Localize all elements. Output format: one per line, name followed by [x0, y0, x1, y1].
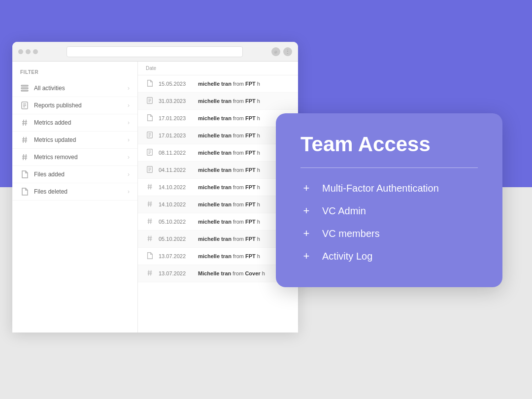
sidebar-item-metrics-removed[interactable]: Metrics removed › — [12, 149, 137, 166]
svg-line-47 — [148, 236, 149, 241]
row-company: FPT — [245, 184, 256, 190]
chevron-right-icon: › — [128, 171, 130, 178]
row-from: from — [233, 150, 245, 156]
activity-header: Date — [138, 62, 298, 75]
hash-icon — [20, 118, 29, 127]
svg-rect-1 — [21, 88, 28, 89]
svg-line-35 — [148, 184, 149, 190]
chevron-right-icon: › — [128, 85, 130, 92]
hash-icon — [146, 269, 155, 278]
row-company: Cover — [245, 270, 260, 276]
sidebar-item-reports-published[interactable]: Reports published › — [12, 97, 137, 114]
chevron-right-icon: › — [128, 188, 130, 195]
row-activity-text: michelle tran from FPT h — [198, 201, 260, 207]
svg-line-11 — [23, 137, 24, 143]
sidebar-item-files-deleted[interactable]: Files deleted › — [12, 183, 137, 200]
table-row: 17.01.2023 michelle tran from FPT h — [138, 127, 298, 144]
more-icon[interactable]: ⋮ — [283, 47, 292, 56]
activity-log-main: Date 15.05.2023 michelle tran from FPT h… — [138, 62, 298, 332]
hash-icon — [146, 183, 155, 192]
table-row: 14.10.2022 michelle tran from FPT h — [138, 196, 298, 213]
feature-activity-log: + Activity Log — [300, 250, 478, 263]
row-date: 08.11.2022 — [159, 150, 198, 156]
row-company: FPT — [245, 81, 256, 87]
feature-label: Activity Log — [322, 251, 372, 262]
svg-line-7 — [23, 120, 24, 126]
table-row: 13.07.2022 Michelle tran from Cover h — [138, 265, 298, 282]
row-company: FPT — [245, 115, 256, 121]
plus-icon: + — [300, 182, 312, 195]
feature-label: VC members — [322, 228, 380, 239]
row-user: michelle tran — [198, 219, 232, 225]
row-activity-text: Michelle tran from Cover h — [198, 270, 265, 276]
browser-dots — [18, 49, 38, 54]
row-activity-text: michelle tran from FPT h — [198, 115, 260, 121]
browser-address-bar[interactable] — [66, 46, 243, 57]
row-activity-text: michelle tran from FPT h — [198, 219, 260, 225]
filter-sidebar: FILTER All activities › — [12, 62, 138, 332]
row-date: 31.03.2023 — [159, 98, 198, 104]
row-date: 14.10.2022 — [159, 201, 198, 207]
row-activity-text: michelle tran from FPT h — [198, 184, 260, 190]
team-access-card: Team Access + Multi-Factor Authenticatio… — [276, 113, 502, 287]
row-date: 17.01.2023 — [159, 133, 198, 138]
plus-icon: + — [300, 227, 312, 240]
sidebar-item-metrics-updated[interactable]: Metrics updated › — [12, 132, 137, 149]
search-icon[interactable]: ⌕ — [271, 47, 280, 56]
row-action: h — [257, 167, 260, 173]
row-from: from — [233, 184, 245, 190]
row-company: FPT — [245, 150, 256, 156]
browser-toolbar: ⌕ ⋮ — [12, 42, 298, 62]
row-user: michelle tran — [198, 150, 232, 156]
svg-line-36 — [151, 184, 151, 190]
file-icon — [20, 170, 29, 179]
feature-mfa: + Multi-Factor Authentication — [300, 182, 478, 195]
row-activity-text: michelle tran from FPT h — [198, 167, 260, 173]
row-user: michelle tran — [198, 167, 232, 173]
table-row: 15.05.2023 michelle tran from FPT h — [138, 75, 298, 93]
table-row: 31.03.2023 michelle tran from FPT h — [138, 93, 298, 110]
row-date: 04.11.2022 — [159, 167, 198, 173]
sidebar-item-label: All activities — [34, 85, 128, 92]
sidebar-item-all-activities[interactable]: All activities › — [12, 80, 137, 97]
row-company: FPT — [245, 219, 256, 225]
row-date: 15.05.2023 — [159, 81, 198, 87]
row-user: michelle tran — [198, 98, 232, 104]
row-user: Michelle tran — [198, 270, 231, 276]
row-action: h — [257, 98, 260, 104]
chevron-right-icon: › — [128, 119, 130, 126]
activity-rows: 15.05.2023 michelle tran from FPT h 31.0… — [138, 75, 298, 282]
svg-line-48 — [151, 236, 151, 241]
sidebar-item-label: Files deleted — [34, 188, 128, 195]
row-company: FPT — [245, 253, 256, 259]
sidebar-item-metrics-added[interactable]: Metrics added › — [12, 114, 137, 132]
plus-icon: + — [300, 204, 312, 217]
row-user: michelle tran — [198, 253, 232, 259]
sidebar-item-files-added[interactable]: Files added › — [12, 166, 137, 183]
row-action: h — [257, 133, 260, 138]
sidebar-item-label: Metrics added — [34, 119, 128, 126]
row-from: from — [233, 98, 245, 104]
row-company: FPT — [245, 236, 256, 242]
row-from: from — [233, 270, 245, 276]
row-company: FPT — [245, 201, 256, 207]
file-icon — [146, 252, 155, 261]
row-company: FPT — [245, 133, 256, 138]
row-from: from — [233, 219, 245, 225]
row-activity-text: michelle tran from FPT h — [198, 98, 260, 104]
table-row: 04.11.2022 michelle tran from FPT h — [138, 162, 298, 179]
row-date: 17.01.2023 — [159, 115, 198, 121]
row-user: michelle tran — [198, 236, 232, 242]
svg-line-43 — [148, 219, 149, 224]
row-from: from — [233, 133, 245, 138]
row-user: michelle tran — [198, 133, 232, 138]
sidebar-item-label: Reports published — [34, 102, 128, 109]
feature-vc-members: + VC members — [300, 227, 478, 240]
row-from: from — [233, 236, 245, 242]
report-icon — [146, 166, 155, 174]
row-from: from — [233, 115, 245, 121]
card-features-list: + Multi-Factor Authentication + VC Admin… — [300, 182, 478, 263]
row-activity-text: michelle tran from FPT h — [198, 253, 260, 259]
report-icon — [146, 97, 155, 105]
file-icon — [146, 114, 155, 123]
